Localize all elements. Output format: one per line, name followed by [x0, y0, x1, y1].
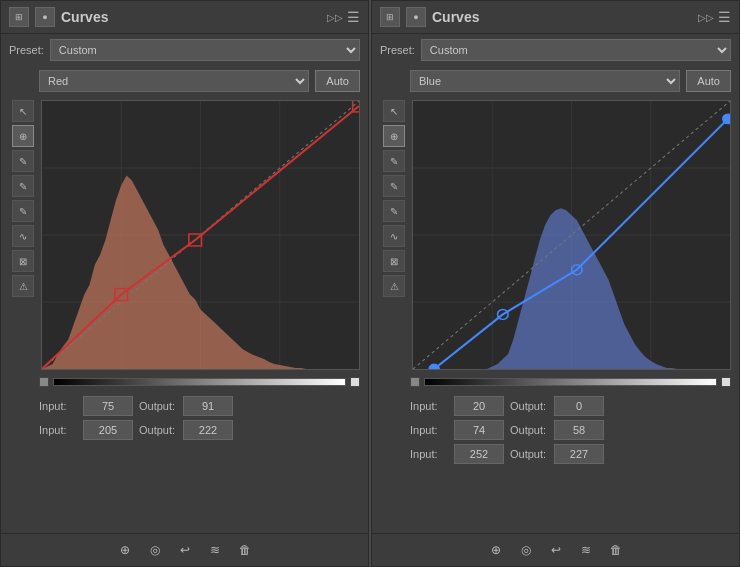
- inputs-area-1: Input: Output: Input: Output:: [1, 390, 368, 446]
- tool-transform-1[interactable]: ⊠: [12, 250, 34, 272]
- input-value-2-2[interactable]: [454, 444, 504, 464]
- channel-select-1[interactable]: Red: [39, 70, 309, 92]
- tool-eyedrop-black-1[interactable]: ✎: [12, 150, 34, 172]
- circle-icon-2[interactable]: ●: [406, 7, 426, 27]
- curve-canvas-2[interactable]: [412, 100, 731, 370]
- panel-footer-1: ⊕ ◎ ↩ ≋ 🗑: [1, 533, 368, 566]
- footer-icon-eye-2[interactable]: ◎: [515, 539, 537, 561]
- panel-header-2: ⊞ ● Curves ▷▷ ☰: [372, 1, 739, 34]
- tool-warning-2[interactable]: ⚠: [383, 275, 405, 297]
- white-handle-1[interactable]: [350, 377, 360, 387]
- curve-bottom-bar-2: [372, 374, 739, 390]
- curves-icon-2[interactable]: ⊞: [380, 7, 400, 27]
- tool-eyedrop-black-2[interactable]: ✎: [383, 150, 405, 172]
- output-value-2-2[interactable]: [554, 444, 604, 464]
- tools-col-1: ↖ ⊕ ✎ ✎ ✎ ∿ ⊠ ⚠: [9, 100, 37, 370]
- curve-canvas-wrapper-2: [412, 100, 731, 370]
- input-row-1-1: Input: Output:: [39, 420, 360, 440]
- tool-pointer-1[interactable]: ↖: [12, 100, 34, 122]
- preset-select-1[interactable]: Custom: [50, 39, 360, 61]
- footer-icon-trash-2[interactable]: 🗑: [605, 539, 627, 561]
- output-value-1-0[interactable]: [183, 396, 233, 416]
- footer-icon-add-1[interactable]: ⊕: [114, 539, 136, 561]
- svg-point-22: [723, 114, 730, 124]
- preset-row-2: Preset: Custom: [372, 34, 739, 66]
- input-label-2-1: Input:: [410, 424, 448, 436]
- footer-icon-reset-1[interactable]: ↩: [174, 539, 196, 561]
- curve-canvas-wrapper-1: [41, 100, 360, 370]
- panel-menu-btn-2[interactable]: ☰: [718, 9, 731, 25]
- tool-eyedrop-gray-1[interactable]: ✎: [12, 175, 34, 197]
- panel-menu-arrows-2: ▷▷: [698, 12, 714, 23]
- output-value-1-1[interactable]: [183, 420, 233, 440]
- tool-adjust-1[interactable]: ⊕: [12, 125, 34, 147]
- channel-row-1: Red Auto: [1, 66, 368, 96]
- curve-bottom-bar-1: [1, 374, 368, 390]
- input-row-2-0: Input: Output:: [410, 396, 731, 416]
- tools-col-2: ↖ ⊕ ✎ ✎ ✎ ∿ ⊠ ⚠: [380, 100, 408, 370]
- tool-wave-2[interactable]: ∿: [383, 225, 405, 247]
- input-label-1-1: Input:: [39, 424, 77, 436]
- white-handle-2[interactable]: [721, 377, 731, 387]
- channel-select-2[interactable]: Blue: [410, 70, 680, 92]
- tool-adjust-2[interactable]: ⊕: [383, 125, 405, 147]
- curves-icon-1[interactable]: ⊞: [9, 7, 29, 27]
- output-value-2-1[interactable]: [554, 420, 604, 440]
- output-label-2-2: Output:: [510, 448, 548, 460]
- gradient-bar-2: [424, 378, 717, 386]
- black-handle-1[interactable]: [39, 377, 49, 387]
- footer-icon-reset-2[interactable]: ↩: [545, 539, 567, 561]
- tool-eyedrop-white-1[interactable]: ✎: [12, 200, 34, 222]
- input-label-2-0: Input:: [410, 400, 448, 412]
- circle-icon-1[interactable]: ●: [35, 7, 55, 27]
- input-value-2-0[interactable]: [454, 396, 504, 416]
- inputs-area-2: Input: Output: Input: Output: Input: Out…: [372, 390, 739, 470]
- black-handle-2[interactable]: [410, 377, 420, 387]
- output-label-2-0: Output:: [510, 400, 548, 412]
- input-row-1-0: Input: Output:: [39, 396, 360, 416]
- footer-icon-add-2[interactable]: ⊕: [485, 539, 507, 561]
- tool-pointer-2[interactable]: ↖: [383, 100, 405, 122]
- tool-eyedrop-white-2[interactable]: ✎: [383, 200, 405, 222]
- auto-btn-2[interactable]: Auto: [686, 70, 731, 92]
- tool-transform-2[interactable]: ⊠: [383, 250, 405, 272]
- curve-area-2: ↖ ⊕ ✎ ✎ ✎ ∿ ⊠ ⚠: [372, 96, 739, 374]
- panel-header-1: ⊞ ● Curves ▷▷ ☰: [1, 1, 368, 34]
- preset-label-2: Preset:: [380, 44, 415, 56]
- output-value-2-0[interactable]: [554, 396, 604, 416]
- input-value-1-0[interactable]: [83, 396, 133, 416]
- input-value-1-1[interactable]: [83, 420, 133, 440]
- panel-curves-blue: ⊞ ● Curves ▷▷ ☰ Preset: Custom Blue Auto…: [371, 0, 740, 567]
- output-label-2-1: Output:: [510, 424, 548, 436]
- tool-warning-1[interactable]: ⚠: [12, 275, 34, 297]
- tool-eyedrop-gray-2[interactable]: ✎: [383, 175, 405, 197]
- input-row-2-1: Input: Output:: [410, 420, 731, 440]
- footer-icon-eye-1[interactable]: ◎: [144, 539, 166, 561]
- preset-row-1: Preset: Custom: [1, 34, 368, 66]
- panel-footer-2: ⊕ ◎ ↩ ≋ 🗑: [372, 533, 739, 566]
- channel-row-2: Blue Auto: [372, 66, 739, 96]
- preset-label-1: Preset:: [9, 44, 44, 56]
- footer-icon-layer-1[interactable]: ≋: [204, 539, 226, 561]
- input-label-2-2: Input:: [410, 448, 448, 460]
- panel-menu-btn-1[interactable]: ☰: [347, 9, 360, 25]
- panel-title-2: Curves: [432, 9, 479, 25]
- footer-icon-layer-2[interactable]: ≋: [575, 539, 597, 561]
- output-label-1-0: Output:: [139, 400, 177, 412]
- output-label-1-1: Output:: [139, 424, 177, 436]
- footer-icon-trash-1[interactable]: 🗑: [234, 539, 256, 561]
- curve-area-1: ↖ ⊕ ✎ ✎ ✎ ∿ ⊠ ⚠: [1, 96, 368, 374]
- panel-title-1: Curves: [61, 9, 108, 25]
- panel-curves-red: ⊞ ● Curves ▷▷ ☰ Preset: Custom Red Auto …: [0, 0, 369, 567]
- tool-wave-1[interactable]: ∿: [12, 225, 34, 247]
- input-row-2-2: Input: Output:: [410, 444, 731, 464]
- curve-canvas-1[interactable]: [41, 100, 360, 370]
- input-label-1-0: Input:: [39, 400, 77, 412]
- gradient-bar-1: [53, 378, 346, 386]
- panel-menu-arrows-1: ▷▷: [327, 12, 343, 23]
- svg-marker-17: [413, 208, 730, 369]
- input-value-2-1[interactable]: [454, 420, 504, 440]
- preset-select-2[interactable]: Custom: [421, 39, 731, 61]
- auto-btn-1[interactable]: Auto: [315, 70, 360, 92]
